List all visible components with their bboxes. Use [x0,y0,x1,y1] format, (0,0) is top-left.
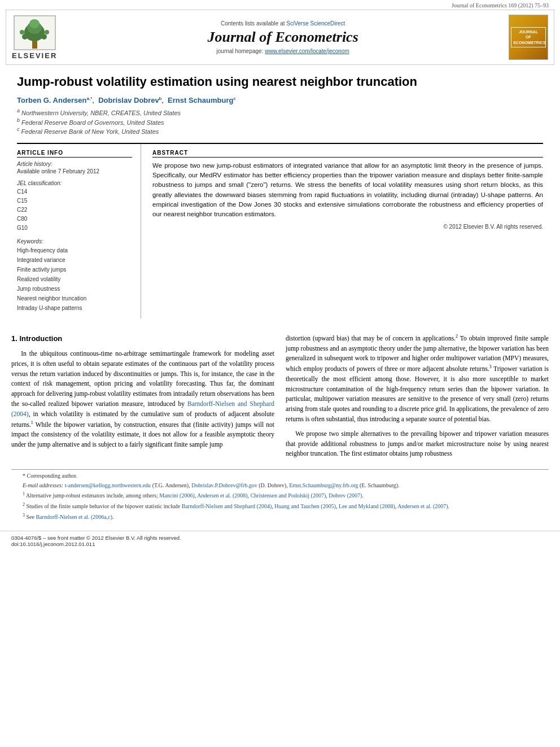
ref-barndorff2006[interactable]: Barndorff-Nielsen et al. (2006a,c) [36,514,112,520]
keywords-list: High-frequency data Integrated variance … [17,246,132,313]
fn3-ref: 3 [489,364,492,369]
journal-homepage-line: journal homepage: www.elsevier.com/locat… [68,48,497,54]
aff-text-c: Federal Reserve Bank of New York, United… [21,128,159,135]
page-wrapper: Journal of Econometrics 169 (2012) 75–93 [0,0,560,747]
fn2-ref: 2 [456,334,458,339]
jel-label: JEL classification: [17,180,132,186]
bottom-bar: 0304-4076/$ – see front matter © 2012 El… [0,531,560,551]
author-andersen[interactable]: Torben G. Andersen [17,96,87,104]
svg-rect-1 [32,41,37,49]
affiliation-b: b Federal Reserve Board of Governors, Un… [17,117,543,126]
fn1-marker: 1 [23,491,25,496]
body-left-col: 1. Introduction In the ubiquitous contin… [11,333,274,464]
ref-barndorff-link[interactable]: Barndorff-Nielsen and Shephard (2004) [11,400,274,417]
svg-point-6 [41,34,47,40]
fn3-marker: 3 [23,513,25,518]
article-content: Jump-robust volatility estimation using … [0,65,560,324]
ref-christensen[interactable]: Christensen and Podolskij (2007) [251,493,326,499]
affiliation-c: c Federal Reserve Bank of New York, Unit… [17,126,543,135]
ref-dobrev[interactable]: Dobrev (2007) [329,493,362,499]
homepage-label: journal homepage: [217,48,264,54]
journal-title: Journal of Econometrics [68,29,497,46]
corresponding-author-note: * Corresponding author. [23,472,537,480]
svg-point-7 [20,30,24,34]
keywords-label: Keywords: [17,238,132,244]
elsevier-brand: ELSEVIER [12,51,57,60]
journal-cover-image: JOURNALOFECONOMETRICS [509,15,548,60]
schaumburg-sup: c [233,96,235,101]
ref-andersen2008[interactable]: Andersen et al. (2008) [197,493,247,499]
ref-barndorff2004[interactable]: Barndorff-Nielsen and Shephard (2004) [182,503,272,509]
author-schaumburg[interactable]: Ernst Schaumburg [168,96,233,104]
fn2-marker: 2 [23,502,25,507]
fn1-text: 1 Alternative jump-robust estimators inc… [23,491,537,500]
svg-point-5 [22,34,28,40]
aff-sup-c: c [17,126,20,132]
fn3-text: 3 See Barndorff-Nielsen et al. (2006a,c)… [23,512,537,522]
svg-point-4 [29,19,40,28]
sciverse-link[interactable]: SciVerse ScienceDirect [286,20,345,27]
author-dobrev[interactable]: Dobrislav Dobrev [98,96,159,104]
aff-text-b: Federal Reserve Board of Governors, Unit… [21,119,164,125]
fn1-ref: 1 [31,420,33,425]
jel-codes: C14C15C22C80G10 [17,187,132,233]
email-schaumburg[interactable]: Ernst.Schaumburg@ny.frb.org [289,482,358,488]
corresponding-label: * Corresponding author. [23,473,77,479]
fn2-text: 2 Studies of the finite sample behavior … [23,501,537,511]
abstract-text: We propose two new jump-robust estimator… [152,161,543,220]
article-history-value: Available online 7 February 2012 [17,168,132,174]
authors-line: Torben G. Andersena,*, Dobrislav Dobrevb… [17,96,543,104]
article-title: Jump-robust volatility estimation using … [17,74,543,90]
article-history-label: Article history: [17,161,132,167]
elsevier-logo: ELSEVIER [12,15,57,60]
header-center: Contents lists available at SciVerse Sci… [57,20,509,54]
sciverse-prefix: Contents lists available at [221,20,285,27]
dobrev-sup: b [159,96,161,101]
intro-para1: In the ubiquitous continuous-time no-arb… [11,349,274,450]
footnotes-area: * Corresponding author. E-mail addresses… [11,469,549,525]
elsevier-tree-icon [14,15,56,50]
body-content: 1. Introduction In the ubiquitous contin… [0,324,560,469]
top-bar: Journal of Econometrics 169 (2012) 75–93 [0,0,560,10]
aff-text-a: Northwestern University, NBER, CREATES, … [21,110,181,116]
svg-point-8 [45,30,49,34]
intro-para2: distortion (upward bias) that may be of … [286,333,549,425]
body-right-col: distortion (upward bias) that may be of … [286,333,549,464]
journal-reference: Journal of Econometrics 169 (2012) 75–93 [452,2,549,8]
front-matter-notice: 0304-4076/$ – see front matter © 2012 El… [11,535,181,541]
doi-line: doi:10.1016/j.jeconom.2012.01.011 [11,541,95,547]
email-andersen[interactable]: t-andersen@kellogg.northwestern.edu [65,482,151,488]
abstract-col: ABSTRACT We propose two new jump-robust … [141,144,543,318]
intro-para3: We propose two simple alternatives to th… [286,429,549,459]
ref-huang[interactable]: Huang and Tauchen (2005) [274,503,336,509]
email-label: E-mail addresses: [23,482,63,488]
affiliation-a: a Northwestern University, NBER, CREATES… [17,108,543,116]
copyright-line: © 2012 Elsevier B.V. All rights reserved… [152,224,543,230]
ref-lee[interactable]: Lee and Mykland (2008) [339,503,395,509]
aff-sup-a: a [17,108,20,113]
email-note: E-mail addresses: t-andersen@kellogg.nor… [23,482,537,490]
article-info-heading: ARTICLE INFO [17,150,132,158]
email-dobrev[interactable]: Dobrislav.P.Dobrev@frb.gov [191,482,257,488]
journal-header: ELSEVIER Contents lists available at Sci… [6,10,554,65]
ref-mancini[interactable]: Mancini (2006) [159,493,195,499]
section1-title: 1. Introduction [11,333,274,344]
sciverse-line: Contents lists available at SciVerse Sci… [68,20,497,27]
homepage-link[interactable]: www.elsevier.com/locate/jeconom [265,48,349,54]
andersen-sup: a,* [87,96,93,101]
abstract-heading: ABSTRACT [152,150,543,158]
ref-andersen2007[interactable]: Andersen et al. (2007) [397,503,448,509]
article-info-abstract-section: ARTICLE INFO Article history: Available … [17,143,543,318]
article-info-col: ARTICLE INFO Article history: Available … [17,144,141,318]
aff-sup-b: b [17,117,20,123]
cover-label: JOURNALOFECONOMETRICS [513,29,543,45]
